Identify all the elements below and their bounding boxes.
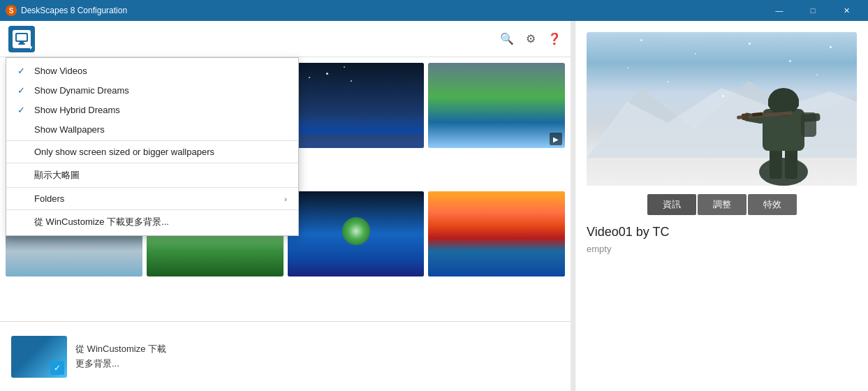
menu-label-thumbnails: 顯示大略圖 — [34, 169, 80, 182]
download-line1: 從 WinCustomize 下載 — [75, 344, 166, 354]
svg-rect-3 — [18, 43, 25, 45]
folders-arrow-icon: › — [284, 195, 287, 203]
preview-image — [587, 32, 857, 186]
soldier-svg — [731, 53, 836, 186]
right-toolbar-icons: 🔍 ⚙ ❓ — [499, 31, 562, 47]
menu-label-show-dynamic-dreams: Show Dynamic Dreams — [34, 85, 129, 96]
svg-rect-13 — [768, 98, 799, 107]
download-thumb-check: ✓ — [50, 361, 64, 375]
menu-item-show-hybrid-dreams[interactable]: ✓ Show Hybrid Dreams — [6, 100, 298, 119]
check-show-dynamic-dreams: ✓ — [17, 85, 27, 96]
menu-label-show-hybrid-dreams: Show Hybrid Dreams — [34, 105, 120, 115]
titlebar-title: DeskScapes 8 Configuration — [21, 6, 127, 15]
close-button[interactable]: ✕ — [830, 0, 862, 21]
menu-label-show-wallpapers: Show Wallpapers — [34, 124, 105, 135]
menu-label-download: 從 WinCustomize 下載更多背景... — [34, 216, 169, 228]
dropdown-menu: ✓ Show Videos ✓ Show Dynamic Dreams ✓ Sh… — [6, 57, 299, 236]
video-desc: empty — [587, 244, 857, 254]
menu-label-only-screen-sized: Only show screen sized or bigger wallpap… — [34, 147, 214, 157]
right-panel: 資訊 調整 特效 Video01 by TC empty — [575, 21, 868, 391]
titlebar: S DeskScapes 8 Configuration — □ ✕ — [0, 0, 868, 21]
download-thumb[interactable]: ✓ — [11, 336, 67, 378]
svg-point-6 — [759, 158, 808, 186]
menu-item-folders[interactable]: Folders › — [6, 187, 298, 208]
titlebar-left: S DeskScapes 8 Configuration — [6, 5, 127, 16]
search-icon[interactable]: 🔍 — [499, 31, 515, 47]
video-title: Video01 by TC — [587, 225, 857, 239]
svg-rect-1 — [17, 34, 27, 40]
thumbnail-3[interactable] — [288, 63, 425, 148]
logo-dropdown-button[interactable]: ▼ — [8, 26, 35, 52]
left-panel: ▼ 🔍 ⚙ ❓ ✓ Show Videos ✓ Show Dynamic Dre… — [0, 21, 571, 391]
toolbar: ▼ 🔍 ⚙ ❓ — [0, 21, 571, 57]
tabs-container: 資訊 調整 特效 — [587, 194, 857, 215]
menu-item-show-videos[interactable]: ✓ Show Videos — [6, 61, 298, 80]
bottom-download-bar: ✓ 從 WinCustomize 下載 更多背景... — [0, 321, 571, 391]
help-icon[interactable]: ❓ — [547, 31, 562, 47]
svg-rect-17 — [801, 112, 816, 137]
menu-label-show-videos: Show Videos — [34, 66, 87, 76]
tab-info[interactable]: 資訊 — [647, 194, 696, 215]
tab-effects[interactable]: 特效 — [748, 194, 797, 215]
minimize-button[interactable]: — — [763, 0, 795, 21]
menu-item-thumbnails[interactable]: 顯示大略圖 — [6, 163, 298, 186]
thumbnail-7[interactable] — [288, 191, 425, 276]
check-show-hybrid-dreams: ✓ — [17, 105, 27, 115]
menu-label-folders: Folders — [34, 193, 64, 204]
check-show-videos: ✓ — [17, 66, 27, 76]
svg-rect-2 — [20, 42, 24, 43]
app-icon: S — [6, 5, 17, 16]
thumbnail-8[interactable] — [428, 191, 565, 276]
menu-item-show-wallpapers[interactable]: Show Wallpapers — [6, 119, 298, 139]
menu-item-only-screen-sized[interactable]: Only show screen sized or bigger wallpap… — [6, 140, 298, 161]
maximize-button[interactable]: □ — [797, 0, 829, 21]
logo-icon — [14, 31, 29, 47]
download-line2: 更多背景... — [75, 358, 119, 369]
svg-rect-15 — [742, 113, 749, 120]
thumb-badge-4: ▶ — [550, 133, 562, 145]
settings-icon[interactable]: ⚙ — [523, 31, 538, 47]
main-container: ▼ 🔍 ⚙ ❓ ✓ Show Videos ✓ Show Dynamic Dre… — [0, 21, 868, 391]
menu-item-download[interactable]: 從 WinCustomize 下載更多背景... — [6, 209, 298, 233]
dropdown-arrow-icon: ▼ — [28, 45, 34, 51]
download-text[interactable]: 從 WinCustomize 下載 更多背景... — [75, 342, 166, 371]
thumbnail-4[interactable]: ▶ — [428, 63, 565, 148]
menu-item-show-dynamic-dreams[interactable]: ✓ Show Dynamic Dreams — [6, 80, 298, 100]
titlebar-controls: — □ ✕ — [763, 0, 862, 21]
tab-adjust[interactable]: 調整 — [698, 194, 746, 215]
